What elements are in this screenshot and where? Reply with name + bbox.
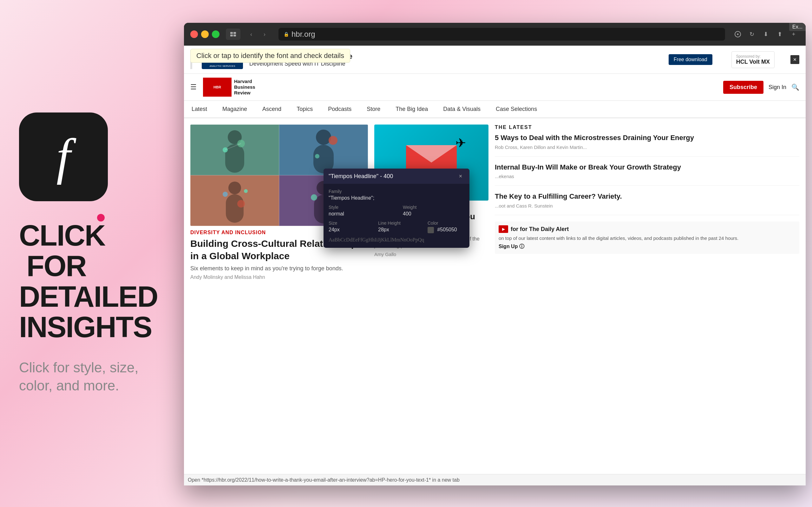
popup-family-label: Family xyxy=(328,189,464,194)
nav-item-case-selections[interactable]: Case Selections xyxy=(495,101,538,118)
popup-weight-label: Weight xyxy=(403,205,464,210)
popup-style-col: Style normal xyxy=(328,205,390,217)
ad-sponsor-box: Sponsored by: HCL Volt MX xyxy=(731,51,774,68)
svg-rect-15 xyxy=(226,194,244,223)
hbr-nav: Latest Magazine Ascend Topics Podcasts S… xyxy=(184,101,806,118)
latest-article-2[interactable]: Internal Buy-In Will Make or Break Your … xyxy=(495,163,799,186)
svg-point-16 xyxy=(237,200,245,208)
traffic-lights xyxy=(190,31,219,38)
svg-point-14 xyxy=(229,181,241,194)
hbr-header-right: Subscribe Sign In 🔍 xyxy=(723,81,799,94)
img-quad-3 xyxy=(190,175,279,226)
subscribe-button[interactable]: Subscribe xyxy=(723,81,763,94)
featured-authors: Andy Molinsky and Melissa Hahn xyxy=(190,274,368,280)
status-bar: Open *https://hbr.org/2022/11/how-to-wri… xyxy=(184,474,806,486)
popup-size-col: Size 24px xyxy=(328,221,365,233)
hbr-brand-name: HarvardBusinessReview xyxy=(234,78,255,96)
share-button[interactable]: ⬆ xyxy=(774,29,785,40)
nav-item-podcasts[interactable]: Podcasts xyxy=(327,101,353,118)
hbr-logo-text: HBR xyxy=(213,85,221,89)
font-tooltip-bar: Click or tap to identify the font and ch… xyxy=(190,49,350,63)
back-button[interactable]: ‹ xyxy=(246,29,257,40)
mid-article-author: Amy Gallo xyxy=(374,251,489,257)
popup-lineheight-label: Line Height xyxy=(378,221,415,226)
latest-article-3-authors: ...oot and Cass R. Sunstein xyxy=(495,203,799,209)
latest-article-3[interactable]: The Key to a Fulfilling Career? Variety.… xyxy=(495,192,799,215)
browser-chrome: ‹ › 🔒 hbr.org ↻ ⬇ ⬆ + Ex... xyxy=(184,23,806,46)
hbr-logo[interactable]: HBR HarvardBusinessReview xyxy=(203,78,255,97)
download-button[interactable]: ⬇ xyxy=(760,29,771,40)
svg-rect-1 xyxy=(234,32,236,34)
svg-rect-2 xyxy=(230,35,233,37)
ad-close-button[interactable]: ✕ xyxy=(791,55,799,64)
ad-cta-button[interactable]: Free download xyxy=(669,54,712,65)
daily-alert-section: ▶ for for The Daily Alert on top of our … xyxy=(495,222,799,254)
popup-family-value: "Tiempos Headline"; xyxy=(328,195,464,201)
lock-icon: 🔒 xyxy=(284,32,289,37)
reload-button[interactable]: ↻ xyxy=(746,29,757,40)
extensions-button[interactable] xyxy=(732,29,744,40)
address-text: hbr.org xyxy=(292,30,315,39)
img-quad-1 xyxy=(190,124,279,175)
app-icon-letter: f xyxy=(56,131,70,182)
font-info-popup: "Tiempos Headline" - 400 × Family "Tiemp… xyxy=(323,169,469,248)
signin-button[interactable]: Sign In xyxy=(768,84,786,91)
popup-color-col: Color #505050 xyxy=(427,221,464,233)
popup-close-button[interactable]: × xyxy=(457,172,464,180)
menu-icon[interactable]: ☰ xyxy=(190,83,197,91)
featured-subtitle: Six elements to keep in mind as you're t… xyxy=(190,265,368,272)
ad-sponsor-name: HCL Volt MX xyxy=(736,59,770,65)
app-icon[interactable]: f xyxy=(19,112,108,201)
svg-rect-3 xyxy=(234,35,236,37)
subheadline: Click for style, size,color, and more. xyxy=(19,358,139,395)
popup-style-label: Style xyxy=(328,205,390,210)
popup-size-lineheight-color-row: Size 24px Line Height 28px Color #505050 xyxy=(328,221,464,233)
popup-color-value: #505050 xyxy=(427,227,464,233)
latest-article-2-title: Internal Buy-In Will Make or Break Your … xyxy=(495,163,799,172)
status-bar-text: Open *https://hbr.org/2022/11/how-to-wri… xyxy=(188,477,460,483)
popup-color-label: Color xyxy=(427,221,464,226)
svg-rect-6 xyxy=(225,144,244,173)
app-icon-dot xyxy=(97,214,105,222)
nav-item-store[interactable]: Store xyxy=(365,101,382,118)
popup-style-value: normal xyxy=(328,211,390,217)
tab-switcher-button[interactable] xyxy=(226,29,241,40)
popup-weight-col: Weight 400 xyxy=(403,205,464,217)
svg-point-13 xyxy=(315,154,319,158)
ad-sponsor-label: Sponsored by: xyxy=(736,54,770,59)
nav-item-ascend[interactable]: Ascend xyxy=(261,101,283,118)
nav-item-magazine[interactable]: Magazine xyxy=(221,101,248,118)
latest-article-1[interactable]: 5 Ways to Deal with the Microstresses Dr… xyxy=(495,133,799,157)
paper-plane-icon: ✈ xyxy=(455,135,466,150)
sign-up-link[interactable]: Sign Up ⓘ xyxy=(499,243,524,250)
nav-item-topics[interactable]: Topics xyxy=(295,101,314,118)
popup-size-value: 24px xyxy=(328,227,365,233)
hbr-site: HarvardBusinessReviewANALYTIC SERVICES C… xyxy=(184,46,806,486)
close-button[interactable] xyxy=(190,31,198,38)
address-bar[interactable]: 🔒 hbr.org xyxy=(278,28,725,41)
latest-article-1-authors: Rob Cross, Karen Dillon and Kevin Martin… xyxy=(495,145,799,150)
svg-point-12 xyxy=(328,136,338,145)
nav-item-latest[interactable]: Latest xyxy=(190,101,208,118)
search-icon[interactable]: 🔍 xyxy=(792,83,799,91)
svg-point-18 xyxy=(244,189,248,193)
left-panel: f CLICK FORDETAILEDINSIGHTS Click for st… xyxy=(0,0,184,507)
minimize-button[interactable] xyxy=(201,31,209,38)
popup-title: "Tiempos Headline" - 400 xyxy=(328,173,393,180)
extension-badge[interactable]: Ex... xyxy=(789,23,806,31)
popup-weight-value: 400 xyxy=(403,211,464,217)
popup-family-section: Family "Tiempos Headline"; xyxy=(328,189,464,201)
hbr-logo-name: HarvardBusinessReview xyxy=(234,78,255,96)
nav-item-big-idea[interactable]: The Big Idea xyxy=(394,101,429,118)
forward-button[interactable]: › xyxy=(259,29,270,40)
daily-alert-text: on top of our latest content with links … xyxy=(499,235,796,241)
envelope-flap xyxy=(406,145,457,163)
latest-label: The Latest xyxy=(495,124,799,130)
svg-point-17 xyxy=(223,192,228,197)
maximize-button[interactable] xyxy=(212,31,219,38)
popup-body: Family "Tiempos Headline"; Style normal … xyxy=(323,184,469,248)
nav-item-data-visuals[interactable]: Data & Visuals xyxy=(442,101,482,118)
svg-rect-0 xyxy=(230,32,233,34)
popup-size-label: Size xyxy=(328,221,365,226)
daily-alert-header: ▶ for for The Daily Alert xyxy=(499,225,796,233)
